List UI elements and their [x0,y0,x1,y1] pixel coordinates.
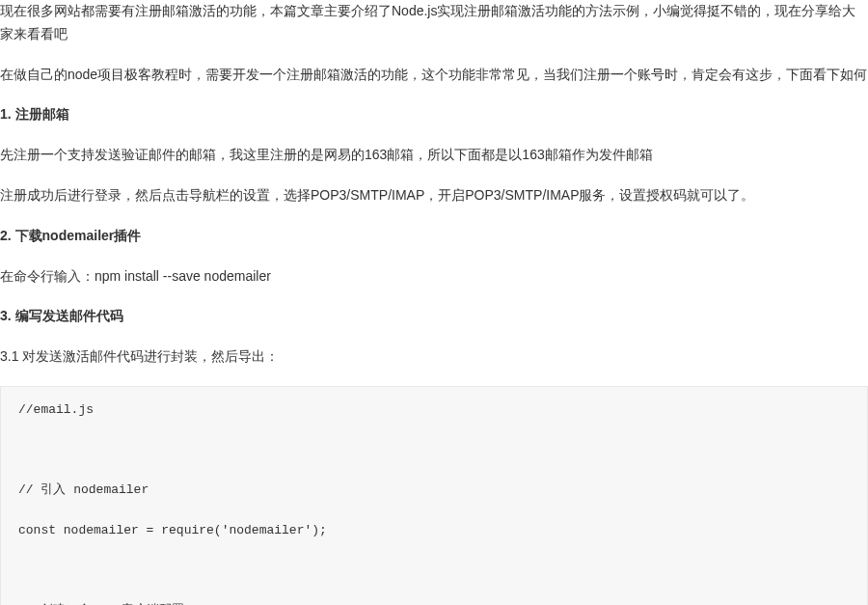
section-2-heading: 2. 下载nodemailer插件 [0,225,868,248]
section-1-heading: 1. 注册邮箱 [0,103,868,126]
intro-paragraph-1: 现在很多网站都需要有注册邮箱激活的功能，本篇文章主要介绍了Node.js实现注册… [0,0,868,46]
section-2-paragraph-1: 在命令行输入：npm install --save nodemailer [0,265,868,289]
intro-paragraph-2: 在做自己的node项目极客教程时，需要开发一个注册邮箱激活的功能，这个功能非常常… [0,64,868,87]
section-3-heading: 3. 编写发送邮件代码 [0,305,868,328]
section-1-paragraph-2: 注册成功后进行登录，然后点击导航栏的设置，选择POP3/SMTP/IMAP，开启… [0,184,868,207]
section-1-paragraph-1: 先注册一个支持发送验证邮件的邮箱，我这里注册的是网易的163邮箱，所以下面都是以… [0,144,868,167]
section-3-subheading-1: 3.1 对发送激活邮件代码进行封装，然后导出： [0,345,868,369]
article-content: 现在很多网站都需要有注册邮箱激活的功能，本篇文章主要介绍了Node.js实现注册… [0,0,868,605]
code-block-email-js: //email.js // 引入 nodemailer const nodema… [0,386,868,605]
